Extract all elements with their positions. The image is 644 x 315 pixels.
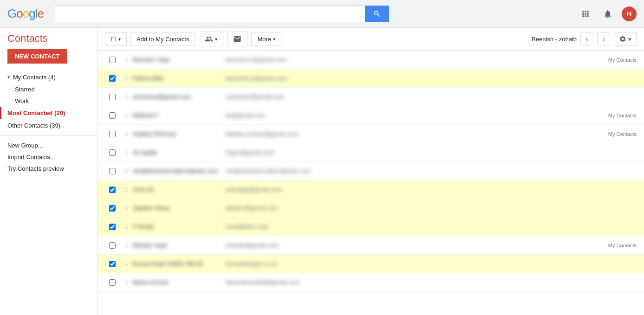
table-row: ☆ Amir Ali amiralipt@gmail.com xyxy=(98,180,644,199)
email-button[interactable] xyxy=(227,32,247,46)
contact-email: trigon@gmail.com xyxy=(226,149,637,156)
row-checkbox[interactable] xyxy=(109,224,116,230)
notifications-button[interactable] xyxy=(599,6,616,22)
sidebar-item-work[interactable]: Work xyxy=(0,95,97,107)
star-icon[interactable]: ☆ xyxy=(120,222,133,231)
contact-name: Fatima Bibi xyxy=(133,75,226,82)
row-checkbox[interactable] xyxy=(109,149,116,156)
contact-name: Habiba Rehman xyxy=(133,130,226,137)
star-icon[interactable]: ☆ xyxy=(120,259,133,268)
sidebar-item-most-contacted[interactable]: Most Contacted (20) xyxy=(0,107,97,119)
checkbox-icon: ☐ xyxy=(111,36,117,43)
apps-button[interactable] xyxy=(577,6,594,22)
contact-email: habiba.contact@gmail.com xyxy=(226,130,605,137)
star-icon[interactable]: ☆ xyxy=(120,167,133,175)
star-icon[interactable]: ☆ xyxy=(120,241,133,250)
contact-email: nfo@bestinternationalbank.com xyxy=(226,167,637,174)
checkbox-area[interactable] xyxy=(105,205,120,212)
row-checkbox[interactable] xyxy=(109,94,116,100)
more-chevron-icon: ▾ xyxy=(273,37,275,42)
contact-name: Komal Khan 03001 98178 xyxy=(133,260,226,267)
sidebar-item-my-contacts[interactable]: ▾ My Contacts (4) xyxy=(0,71,97,84)
contact-email: beenish11@gmail.com xyxy=(226,56,605,63)
more-button[interactable]: More ▾ xyxy=(251,32,281,46)
settings-button[interactable]: ▾ xyxy=(614,32,637,46)
contact-name: someone@gmail.com xyxy=(133,93,226,100)
contact-name: Misbah Yaqo xyxy=(133,242,226,249)
next-contact-button[interactable]: › xyxy=(597,32,610,45)
star-icon[interactable]: ☆ xyxy=(120,55,133,64)
add-contacts-button[interactable]: Add to My Contacts xyxy=(130,32,195,46)
contact-email: fahanahmed29@gmail.com xyxy=(226,279,637,286)
contact-email: fw@gmail.com xyxy=(226,112,605,119)
table-row: ☆ Waleed F fw@gmail.com My Contacts xyxy=(98,106,644,125)
sidebar-nav: ▾ My Contacts (4) Starred Work Most Cont… xyxy=(0,71,97,132)
contact-email: komalkhangn.cu.nz xyxy=(226,260,637,267)
search-icon xyxy=(373,10,381,18)
table-row: ☆ Maha Ahmed fahanahmed29@gmail.com xyxy=(98,273,644,292)
sidebar-link-import-contacts[interactable]: Import Contacts... xyxy=(0,151,97,163)
select-all-button[interactable]: ☐ ▾ xyxy=(105,32,127,46)
checkbox-area[interactable] xyxy=(105,261,120,267)
contact-tag: My Contacts xyxy=(608,243,637,248)
sidebar-link-contacts-preview[interactable]: Try Contacts preview xyxy=(0,163,97,174)
star-icon[interactable]: ☆ xyxy=(120,74,133,83)
row-checkbox[interactable] xyxy=(109,205,116,212)
sidebar-item-starred[interactable]: Starred xyxy=(0,84,97,95)
settings-chevron-icon: ▾ xyxy=(628,36,631,43)
star-icon[interactable]: ☆ xyxy=(120,185,133,194)
search-area xyxy=(55,6,389,22)
prev-contact-button[interactable]: ‹ xyxy=(580,32,593,45)
star-icon[interactable]: ☆ xyxy=(120,111,133,120)
row-checkbox[interactable] xyxy=(109,57,116,63)
group-button[interactable]: ▾ xyxy=(199,32,223,46)
search-button[interactable] xyxy=(365,6,389,22)
checkbox-area[interactable] xyxy=(105,224,120,230)
checkbox-area[interactable] xyxy=(105,149,120,156)
checkbox-area[interactable] xyxy=(105,168,120,174)
row-checkbox[interactable] xyxy=(109,261,116,267)
contact-email: jalalein@gmail.com xyxy=(226,205,637,212)
contact-email: amiralipt@gmail.com xyxy=(226,186,637,193)
row-checkbox[interactable] xyxy=(109,279,116,286)
row-checkbox[interactable] xyxy=(109,131,116,137)
contact-name: Jalalein Rana xyxy=(133,205,226,212)
contact-tag: My Contacts xyxy=(608,113,637,118)
search-input[interactable] xyxy=(55,6,365,22)
contact-name: nfo@bestinternationalbank.com xyxy=(133,167,226,174)
row-checkbox[interactable] xyxy=(109,242,116,249)
star-icon[interactable]: ☆ xyxy=(120,278,133,287)
new-contact-button[interactable]: NEW CONTACT xyxy=(7,49,67,64)
row-checkbox[interactable] xyxy=(109,75,116,82)
star-icon[interactable]: ☆ xyxy=(120,92,133,101)
group-icon xyxy=(205,35,213,43)
gear-icon xyxy=(619,35,626,43)
sidebar: Contacts NEW CONTACT ▾ My Contacts (4) S… xyxy=(0,28,98,315)
contact-name: Maha Ahmed xyxy=(133,279,226,286)
row-checkbox[interactable] xyxy=(109,168,116,174)
checkbox-area[interactable] xyxy=(105,186,120,193)
checkbox-area[interactable] xyxy=(105,57,120,63)
star-icon[interactable]: ☆ xyxy=(120,204,133,212)
sidebar-title: Contacts xyxy=(0,33,97,44)
table-row: ☆ Ali Iqallat trigon@gmail.com xyxy=(98,143,644,162)
star-icon[interactable]: ☆ xyxy=(120,148,133,157)
sidebar-item-other-contacts[interactable]: Other Contacts (39) xyxy=(0,119,97,132)
checkbox-area[interactable] xyxy=(105,112,120,119)
avatar[interactable]: H xyxy=(622,6,637,21)
contacts-area: ☐ ▾ Add to My Contacts ▾ More ▾ Beenish … xyxy=(98,28,644,315)
row-checkbox[interactable] xyxy=(109,112,116,119)
checkbox-area[interactable] xyxy=(105,75,120,82)
row-checkbox[interactable] xyxy=(109,186,116,193)
contact-tag: My Contacts xyxy=(608,57,637,63)
checkbox-area[interactable] xyxy=(105,94,120,100)
checkbox-area[interactable] xyxy=(105,279,120,286)
checkbox-area[interactable] xyxy=(105,242,120,249)
google-logo: Google xyxy=(7,6,44,21)
star-icon[interactable]: ☆ xyxy=(120,129,133,138)
table-row: ☆ F Email email@live.com xyxy=(98,218,644,236)
topbar-right: H xyxy=(577,6,637,22)
table-row: ☆ Jalalein Rana jalalein@gmail.com xyxy=(98,199,644,218)
checkbox-area[interactable] xyxy=(105,131,120,137)
sidebar-link-new-group[interactable]: New Group... xyxy=(0,140,97,151)
